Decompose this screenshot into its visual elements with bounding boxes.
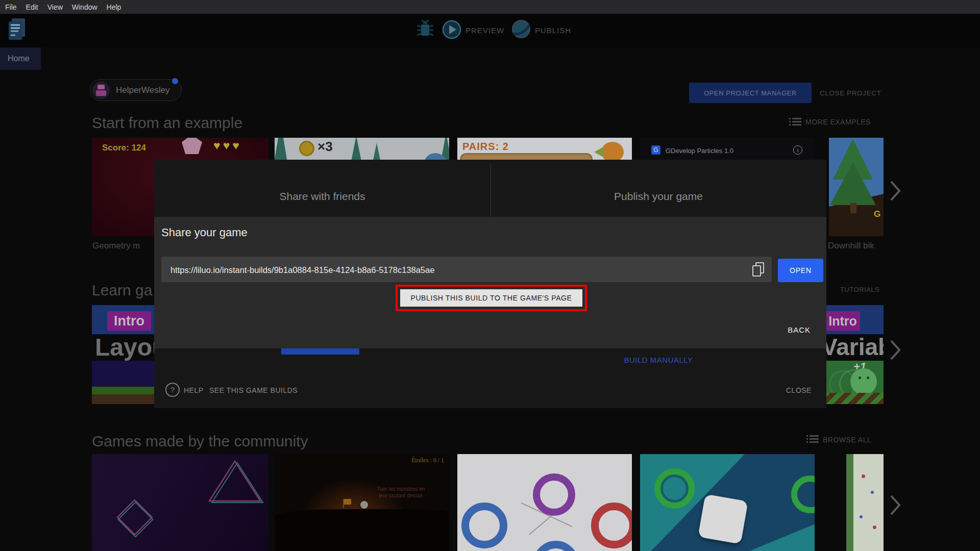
variables-label: Variab [822, 333, 884, 361]
multiplier-label: ×3 [317, 139, 333, 155]
fish-tail-shape [594, 147, 603, 157]
hint-text: Tuer les monstres enleur sautant dessus [377, 486, 425, 499]
chevron-right-icon[interactable] [889, 494, 901, 516]
chevron-right-icon[interactable] [889, 339, 901, 361]
flag-shape [344, 499, 351, 505]
publish-this-build-button[interactable]: PUBLISH THIS BUILD TO THE GAME'S PAGE [400, 289, 582, 307]
dialog-bottom-strip: BUILD MANUALLY [154, 348, 826, 408]
pairs-label: PAIRS: 2 [462, 141, 509, 153]
publish-icon[interactable] [510, 18, 532, 42]
dialog-tab-strip: Share with friends Publish your game [154, 160, 826, 217]
menu-help[interactable]: Help [107, 3, 121, 11]
coin-icon [299, 141, 314, 156]
menu-view[interactable]: View [47, 3, 63, 11]
community-title: Games made by the community [92, 433, 308, 450]
open-game-button[interactable]: OPEN [778, 259, 823, 282]
dot [873, 525, 876, 529]
tutorials-button[interactable]: TUTORIALS [840, 286, 879, 293]
avatar [92, 82, 110, 99]
info-icon[interactable]: i [793, 145, 802, 155]
close-dialog-button[interactable]: CLOSE [786, 386, 812, 394]
example-caption-5: Downhill bik [828, 241, 884, 251]
tab-home[interactable]: Home [0, 47, 41, 70]
moon-shape [360, 501, 368, 509]
build-manually-link[interactable]: BUILD MANUALLY [491, 356, 826, 364]
pentagon-shape [182, 138, 202, 154]
community-thumb-teal[interactable] [640, 454, 815, 551]
notification-dot [172, 78, 178, 84]
particles-title: GDevelop Particles 1.0 [666, 147, 733, 155]
chevron-right-icon[interactable] [889, 180, 901, 202]
gdevelop-logo: G [651, 145, 660, 155]
menu-edit[interactable]: Edit [26, 3, 38, 11]
preview-icon[interactable] [441, 19, 462, 42]
green-ring [654, 468, 695, 509]
username: HelperWesley [116, 85, 170, 95]
purple-ring [533, 473, 575, 516]
open-project-manager-button[interactable]: OPEN PROJECT MANAGER [689, 83, 812, 103]
eye-dot [867, 377, 869, 379]
share-panel-title: Share your game [161, 226, 248, 239]
ground-silhouette [275, 509, 449, 551]
score-label: Score: 124 [102, 143, 146, 153]
etoiles-counter: Étoiles : 0 / 1 [411, 457, 444, 464]
green-strip [846, 454, 853, 551]
list-icon [789, 117, 801, 128]
red-ring [591, 503, 632, 548]
community-thumb-rings[interactable] [457, 454, 632, 551]
menu-window[interactable]: Window [72, 3, 97, 11]
list-icon [806, 435, 819, 445]
help-button[interactable]: HELP [184, 386, 204, 394]
g-label: G [874, 209, 880, 219]
game-url-input[interactable] [169, 257, 723, 283]
white-square [698, 494, 748, 544]
community-thumb-neon[interactable] [92, 454, 268, 551]
example-caption-1: Geometry m [92, 241, 140, 251]
intro-badge: Intro [825, 311, 860, 331]
copy-icon[interactable] [751, 262, 765, 277]
debug-icon[interactable] [416, 18, 434, 43]
user-chip[interactable]: HelperWesley [90, 79, 182, 101]
menu-bar: File Edit View Window Help [0, 0, 980, 14]
game-url-box [161, 257, 772, 282]
fish-shape [601, 142, 624, 162]
eye-dot [859, 377, 861, 379]
dim-blue-button [281, 348, 359, 355]
dot [871, 491, 874, 494]
help-icon[interactable]: ? [165, 383, 180, 397]
annotation-red-box: PUBLISH THIS BUILD TO THE GAME'S PAGE [396, 285, 587, 311]
intro-badge: Intro [107, 311, 151, 331]
character-shape [850, 368, 877, 395]
menu-file[interactable]: File [5, 3, 17, 11]
toolbar: PREVIEW PUBLISH [0, 14, 980, 47]
preview-button[interactable]: PREVIEW [465, 26, 504, 35]
more-examples-button[interactable]: MORE EXAMPLES [805, 118, 871, 126]
project-manager-icon[interactable] [7, 17, 27, 44]
tab-publish-your-game[interactable]: Publish your game [491, 190, 826, 203]
learn-title: Learn ga [92, 282, 152, 299]
blue-ring [461, 503, 507, 548]
browse-all-button[interactable]: BROWSE ALL [823, 436, 871, 444]
publish-button[interactable]: PUBLISH [535, 26, 571, 35]
community-thumb-etoiles[interactable]: Étoiles : 0 / 1 Tuer les monstres enleur… [275, 454, 449, 551]
trunk-shape [850, 203, 856, 213]
share-panel: Share your game OPEN PUBLISH THIS BUILD … [154, 217, 826, 348]
back-button[interactable]: BACK [788, 325, 811, 334]
hearts: ♥♥♥ [213, 139, 242, 153]
example-thumb-downhill[interactable]: G [829, 138, 884, 236]
examples-title: Start from an example [92, 114, 242, 132]
dot [862, 474, 865, 478]
tab-share-with-friends[interactable]: Share with friends [154, 190, 491, 203]
dot [860, 515, 863, 518]
see-game-builds-button[interactable]: SEE THIS GAME BUILDS [209, 386, 298, 394]
close-project-button[interactable]: CLOSE PROJECT [820, 89, 881, 97]
community-thumb-dots[interactable] [846, 454, 884, 551]
blue-ring [533, 541, 579, 551]
tree-shape [830, 162, 876, 205]
